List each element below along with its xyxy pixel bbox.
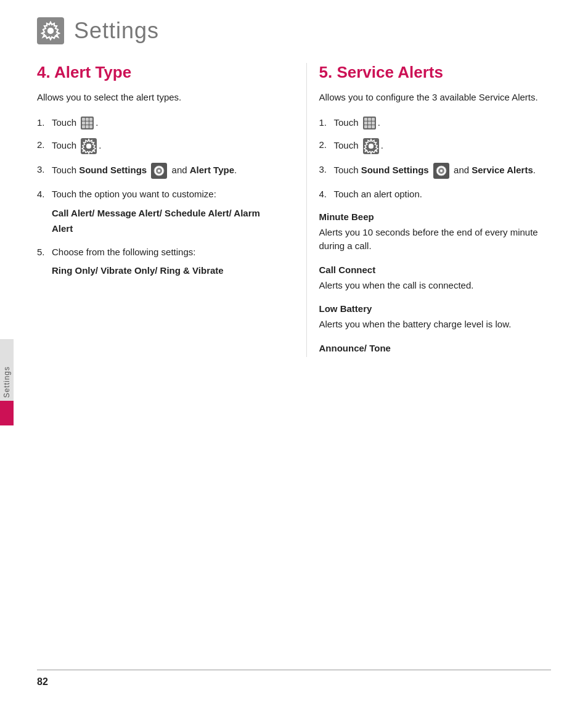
step-2-left: 2. Touch . — [37, 138, 269, 154]
r-step-num-3: 3. — [319, 163, 334, 177]
section-title-service-alerts: 5. Service Alerts — [319, 63, 552, 82]
page-footer: 82 — [37, 670, 551, 688]
menu-icon-r1 — [363, 117, 376, 129]
step-num-5: 5. — [37, 245, 52, 260]
step-num-4: 4. — [37, 187, 52, 202]
sound-icon-r3 — [433, 163, 449, 179]
call-connect-text: Alerts you when the call is connected. — [319, 279, 552, 293]
page-header: Settings — [0, 0, 588, 57]
call-connect-title: Call Connect — [319, 265, 552, 275]
step-5-text: Choose from the following settings: Ring… — [52, 245, 224, 279]
menu-icon-1 — [81, 117, 94, 129]
svg-point-6 — [158, 170, 160, 172]
sidebar-label: Settings — [2, 366, 11, 398]
minute-beep-title: Minute Beep — [319, 211, 552, 222]
page-number: 82 — [37, 676, 551, 688]
r-step-1-text: Touch . — [334, 116, 380, 130]
step-num-2: 2. — [37, 138, 52, 152]
svg-point-8 — [369, 144, 374, 149]
sidebar-tab: Settings — [0, 339, 14, 425]
alert-type-description: Allows you to select the alert types. — [37, 91, 269, 105]
r-step-3-bold2: Service Alerts — [472, 165, 533, 175]
gear-icon-r2 — [363, 138, 379, 154]
r-step-3-bold1: Sound Settings — [361, 165, 429, 175]
step-4-left: 4. Touch the option you want to customiz… — [37, 187, 269, 237]
step-3-left: 3. Touch Sound Settings and Alert Type. — [37, 163, 269, 179]
step-1-text: Touch . — [52, 116, 98, 130]
section-title-alert-type: 4. Alert Type — [37, 63, 269, 82]
low-battery-title: Low Battery — [319, 303, 552, 314]
svg-point-1 — [47, 28, 54, 34]
step-3-text: Touch Sound Settings and Alert Type. — [52, 163, 237, 179]
step-3-bold2: Alert Type — [190, 165, 234, 175]
minute-beep-text: Alerts you 10 seconds before the end of … — [319, 226, 552, 253]
step-5-sublist: Ring Only/ Vibrate Only/ Ring & Vibrate — [52, 263, 224, 279]
step-1-right: 1. Touch . — [319, 116, 552, 130]
step-4-sublist: Call Alert/ Message Alert/ Schedule Aler… — [52, 205, 269, 237]
step-4-text: Touch the option you want to customize: … — [52, 187, 269, 237]
step-2-right: 2. Touch . — [319, 138, 552, 154]
r-step-num-4: 4. — [319, 187, 334, 202]
service-alerts-description: Allows you to configure the 3 available … — [319, 91, 552, 105]
announce-tone-title: Announce/ Tone — [319, 343, 552, 353]
r-step-3-text: Touch Sound Settings and Service Alerts. — [334, 163, 536, 179]
step-1-left: 1. Touch . — [37, 116, 269, 130]
right-column: 5. Service Alerts Allows you to configur… — [306, 63, 552, 357]
r-step-num-1: 1. — [319, 116, 334, 130]
left-column: 4. Alert Type Allows you to select the a… — [37, 63, 282, 357]
r-step-4-text: Touch an alert option. — [334, 187, 422, 202]
gear-icon-2 — [81, 138, 97, 154]
step-2-text: Touch . — [52, 138, 101, 154]
step-5-left: 5. Choose from the following settings: R… — [37, 245, 269, 279]
sidebar-bar: Settings — [0, 339, 14, 425]
step-3-bold1: Sound Settings — [79, 165, 147, 175]
svg-point-11 — [440, 170, 443, 172]
step-num-1: 1. — [37, 116, 52, 130]
low-battery-text: Alerts you when the battery charge level… — [319, 318, 552, 332]
page-title: Settings — [74, 18, 159, 44]
settings-icon-header — [37, 17, 64, 44]
r-step-num-2: 2. — [319, 138, 334, 152]
step-4-right: 4. Touch an alert option. — [319, 187, 552, 202]
svg-point-3 — [86, 144, 91, 149]
step-3-right: 3. Touch Sound Settings and Service Aler… — [319, 163, 552, 179]
r-step-2-text: Touch . — [334, 138, 383, 154]
step-num-3: 3. — [37, 163, 52, 177]
sound-icon-3 — [151, 163, 167, 179]
main-content: 4. Alert Type Allows you to select the a… — [0, 57, 588, 382]
